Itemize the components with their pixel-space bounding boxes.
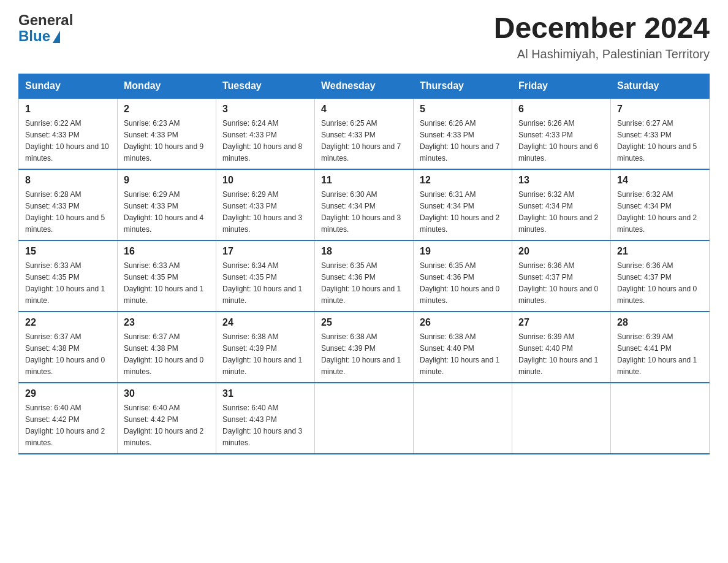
- table-row: 1 Sunrise: 6:22 AMSunset: 4:33 PMDayligh…: [19, 98, 118, 169]
- table-row: 11 Sunrise: 6:30 AMSunset: 4:34 PMDaylig…: [315, 169, 414, 240]
- calendar-table: Sunday Monday Tuesday Wednesday Thursday…: [18, 74, 710, 454]
- day-info: Sunrise: 6:30 AMSunset: 4:34 PMDaylight:…: [321, 190, 401, 234]
- day-number: 18: [321, 246, 407, 257]
- month-title: December 2024: [494, 12, 710, 45]
- table-row: 14 Sunrise: 6:32 AMSunset: 4:34 PMDaylig…: [611, 169, 710, 240]
- day-number: 4: [321, 104, 407, 115]
- table-row: 23 Sunrise: 6:37 AMSunset: 4:38 PMDaylig…: [118, 312, 216, 383]
- table-row: 12 Sunrise: 6:31 AMSunset: 4:34 PMDaylig…: [414, 169, 512, 240]
- day-info: Sunrise: 6:31 AMSunset: 4:34 PMDaylight:…: [420, 190, 499, 234]
- day-number: 7: [617, 104, 703, 115]
- day-number: 30: [124, 388, 210, 399]
- day-number: 13: [518, 175, 604, 186]
- col-saturday: Saturday: [611, 74, 710, 98]
- table-row: 24 Sunrise: 6:38 AMSunset: 4:39 PMDaylig…: [216, 312, 315, 383]
- day-info: Sunrise: 6:40 AMSunset: 4:42 PMDaylight:…: [25, 404, 105, 447]
- col-wednesday: Wednesday: [315, 74, 414, 98]
- day-info: Sunrise: 6:22 AMSunset: 4:33 PMDaylight:…: [25, 119, 109, 163]
- table-row: 9 Sunrise: 6:29 AMSunset: 4:33 PMDayligh…: [118, 169, 216, 240]
- calendar-week-1: 1 Sunrise: 6:22 AMSunset: 4:33 PMDayligh…: [19, 98, 710, 169]
- table-row: [611, 383, 710, 454]
- day-info: Sunrise: 6:29 AMSunset: 4:33 PMDaylight:…: [124, 190, 203, 234]
- table-row: 2 Sunrise: 6:23 AMSunset: 4:33 PMDayligh…: [118, 98, 216, 169]
- day-number: 28: [617, 317, 703, 328]
- table-row: 6 Sunrise: 6:26 AMSunset: 4:33 PMDayligh…: [512, 98, 611, 169]
- table-row: [512, 383, 611, 454]
- table-row: [414, 383, 512, 454]
- logo-general-text: General: [18, 12, 73, 28]
- table-row: 5 Sunrise: 6:26 AMSunset: 4:33 PMDayligh…: [414, 98, 512, 169]
- table-row: 7 Sunrise: 6:27 AMSunset: 4:33 PMDayligh…: [611, 98, 710, 169]
- day-info: Sunrise: 6:40 AMSunset: 4:42 PMDaylight:…: [124, 404, 203, 447]
- day-number: 21: [617, 246, 703, 257]
- table-row: 10 Sunrise: 6:29 AMSunset: 4:33 PMDaylig…: [216, 169, 315, 240]
- col-monday: Monday: [118, 74, 216, 98]
- day-info: Sunrise: 6:40 AMSunset: 4:43 PMDaylight:…: [222, 404, 302, 447]
- day-number: 9: [124, 175, 210, 186]
- day-info: Sunrise: 6:26 AMSunset: 4:33 PMDaylight:…: [518, 119, 598, 163]
- table-row: 27 Sunrise: 6:39 AMSunset: 4:40 PMDaylig…: [512, 312, 611, 383]
- day-number: 15: [25, 246, 111, 257]
- day-info: Sunrise: 6:37 AMSunset: 4:38 PMDaylight:…: [124, 332, 203, 376]
- day-number: 10: [222, 175, 308, 186]
- day-number: 3: [222, 104, 308, 115]
- table-row: 3 Sunrise: 6:24 AMSunset: 4:33 PMDayligh…: [216, 98, 315, 169]
- table-row: 13 Sunrise: 6:32 AMSunset: 4:34 PMDaylig…: [512, 169, 611, 240]
- logo: General Blue: [18, 12, 73, 45]
- day-number: 2: [124, 104, 210, 115]
- table-row: 30 Sunrise: 6:40 AMSunset: 4:42 PMDaylig…: [118, 383, 216, 454]
- calendar-week-4: 22 Sunrise: 6:37 AMSunset: 4:38 PMDaylig…: [19, 312, 710, 383]
- table-row: 17 Sunrise: 6:34 AMSunset: 4:35 PMDaylig…: [216, 240, 315, 312]
- table-row: 19 Sunrise: 6:35 AMSunset: 4:36 PMDaylig…: [414, 240, 512, 312]
- day-number: 22: [25, 317, 111, 328]
- table-row: 29 Sunrise: 6:40 AMSunset: 4:42 PMDaylig…: [19, 383, 118, 454]
- day-info: Sunrise: 6:36 AMSunset: 4:37 PMDaylight:…: [518, 261, 598, 305]
- table-row: 4 Sunrise: 6:25 AMSunset: 4:33 PMDayligh…: [315, 98, 414, 169]
- day-info: Sunrise: 6:33 AMSunset: 4:35 PMDaylight:…: [25, 261, 105, 305]
- location-subtitle: Al Hashimiyah, Palestinian Territory: [494, 47, 710, 61]
- day-info: Sunrise: 6:38 AMSunset: 4:40 PMDaylight:…: [420, 332, 499, 376]
- table-row: [315, 383, 414, 454]
- day-number: 26: [420, 317, 506, 328]
- day-number: 11: [321, 175, 407, 186]
- day-info: Sunrise: 6:38 AMSunset: 4:39 PMDaylight:…: [321, 332, 401, 376]
- day-info: Sunrise: 6:39 AMSunset: 4:41 PMDaylight:…: [617, 332, 697, 376]
- day-number: 16: [124, 246, 210, 257]
- day-info: Sunrise: 6:34 AMSunset: 4:35 PMDaylight:…: [222, 261, 302, 305]
- day-number: 1: [25, 104, 111, 115]
- calendar-header-row: Sunday Monday Tuesday Wednesday Thursday…: [19, 74, 710, 98]
- table-row: 20 Sunrise: 6:36 AMSunset: 4:37 PMDaylig…: [512, 240, 611, 312]
- day-info: Sunrise: 6:24 AMSunset: 4:33 PMDaylight:…: [222, 119, 302, 163]
- day-info: Sunrise: 6:33 AMSunset: 4:35 PMDaylight:…: [124, 261, 203, 305]
- day-info: Sunrise: 6:39 AMSunset: 4:40 PMDaylight:…: [518, 332, 598, 376]
- table-row: 22 Sunrise: 6:37 AMSunset: 4:38 PMDaylig…: [19, 312, 118, 383]
- day-info: Sunrise: 6:32 AMSunset: 4:34 PMDaylight:…: [518, 190, 598, 234]
- day-info: Sunrise: 6:28 AMSunset: 4:33 PMDaylight:…: [25, 190, 105, 234]
- table-row: 21 Sunrise: 6:36 AMSunset: 4:37 PMDaylig…: [611, 240, 710, 312]
- table-row: 16 Sunrise: 6:33 AMSunset: 4:35 PMDaylig…: [118, 240, 216, 312]
- day-info: Sunrise: 6:29 AMSunset: 4:33 PMDaylight:…: [222, 190, 302, 234]
- title-block: December 2024 Al Hashimiyah, Palestinian…: [494, 12, 710, 61]
- table-row: 15 Sunrise: 6:33 AMSunset: 4:35 PMDaylig…: [19, 240, 118, 312]
- day-info: Sunrise: 6:26 AMSunset: 4:33 PMDaylight:…: [420, 119, 499, 163]
- table-row: 31 Sunrise: 6:40 AMSunset: 4:43 PMDaylig…: [216, 383, 315, 454]
- page-header: General Blue December 2024 Al Hashimiyah…: [18, 12, 710, 61]
- day-number: 23: [124, 317, 210, 328]
- col-friday: Friday: [512, 74, 611, 98]
- col-sunday: Sunday: [19, 74, 118, 98]
- col-tuesday: Tuesday: [216, 74, 315, 98]
- day-number: 27: [518, 317, 604, 328]
- day-info: Sunrise: 6:32 AMSunset: 4:34 PMDaylight:…: [617, 190, 697, 234]
- col-thursday: Thursday: [414, 74, 512, 98]
- calendar-week-2: 8 Sunrise: 6:28 AMSunset: 4:33 PMDayligh…: [19, 169, 710, 240]
- day-number: 5: [420, 104, 506, 115]
- day-info: Sunrise: 6:23 AMSunset: 4:33 PMDaylight:…: [124, 119, 203, 163]
- day-info: Sunrise: 6:35 AMSunset: 4:36 PMDaylight:…: [420, 261, 499, 305]
- day-number: 8: [25, 175, 111, 186]
- day-info: Sunrise: 6:35 AMSunset: 4:36 PMDaylight:…: [321, 261, 401, 305]
- day-number: 25: [321, 317, 407, 328]
- day-info: Sunrise: 6:25 AMSunset: 4:33 PMDaylight:…: [321, 119, 401, 163]
- day-info: Sunrise: 6:36 AMSunset: 4:37 PMDaylight:…: [617, 261, 697, 305]
- day-number: 29: [25, 388, 111, 399]
- table-row: 8 Sunrise: 6:28 AMSunset: 4:33 PMDayligh…: [19, 169, 118, 240]
